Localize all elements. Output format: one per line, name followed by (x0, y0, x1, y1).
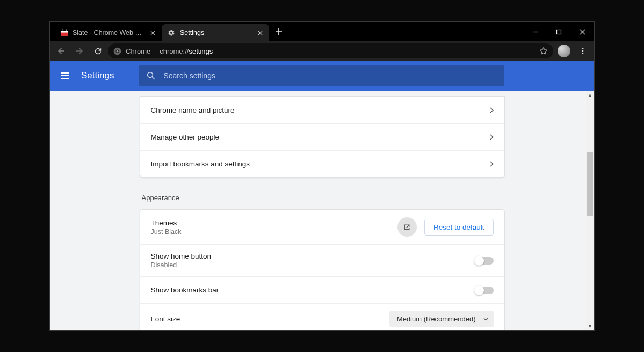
omnibox-chip: Chrome (126, 47, 155, 55)
page-title: Settings (81, 70, 114, 81)
reset-to-default-button[interactable]: Reset to default (424, 219, 494, 236)
tab-strip: Slate - Chrome Web Store Settings (50, 22, 286, 41)
minimize-button[interactable] (523, 22, 547, 41)
chevron-right-icon (490, 107, 494, 113)
chrome-icon (113, 47, 121, 55)
window-controls (523, 22, 594, 41)
new-tab-button[interactable] (271, 22, 286, 41)
forward-button[interactable] (71, 43, 88, 59)
row-manage-people[interactable]: Manage other people (140, 123, 504, 150)
svg-point-6 (582, 48, 584, 49)
row-show-home-button: Show home button Disabled (140, 244, 504, 276)
close-icon[interactable] (256, 29, 264, 36)
toolbar: Chrome chrome://settings (50, 41, 594, 61)
tab-title: Slate - Chrome Web Store (73, 29, 144, 36)
profile-avatar[interactable] (558, 45, 570, 57)
svg-point-5 (117, 50, 119, 52)
row-themes: Themes Just Black Reset to default (140, 210, 504, 244)
menu-button[interactable] (575, 43, 591, 59)
search-box[interactable] (139, 65, 504, 86)
bookmark-star-icon[interactable] (539, 47, 548, 55)
svg-rect-1 (60, 31, 67, 32)
webstore-icon (60, 28, 68, 37)
row-show-bookmarks-bar: Show bookmarks bar (140, 276, 504, 303)
toggle-bookmarks-bar[interactable] (475, 287, 494, 294)
section-title-appearance: Appearance (142, 194, 505, 202)
close-button[interactable] (570, 22, 594, 41)
search-icon (146, 71, 156, 80)
scrollbar[interactable]: ▲ ▼ (586, 91, 594, 330)
hamburger-icon[interactable] (59, 69, 71, 82)
open-external-icon[interactable] (397, 217, 417, 237)
svg-point-7 (582, 50, 584, 52)
gear-icon (167, 28, 176, 37)
scroll-thumb[interactable] (587, 152, 593, 216)
search-input[interactable] (163, 71, 496, 80)
row-font-size: Font size Medium (Recommended) (140, 303, 504, 330)
reload-button[interactable] (90, 43, 106, 59)
omnibox-url: chrome://settings (160, 47, 213, 55)
content-area: Settings Chrome name and picture Manage … (50, 61, 594, 330)
chevron-right-icon (490, 161, 494, 167)
tab-webstore[interactable]: Slate - Chrome Web Store (54, 24, 162, 41)
titlebar: Slate - Chrome Web Store Settings (50, 22, 594, 41)
svg-rect-2 (556, 30, 561, 34)
svg-point-8 (582, 53, 584, 54)
settings-scroll[interactable]: Chrome name and picture Manage other peo… (50, 91, 594, 330)
maximize-button[interactable] (547, 22, 570, 41)
tab-title: Settings (180, 29, 252, 36)
scroll-up-arrow[interactable]: ▲ (586, 91, 594, 99)
toggle-home-button[interactable] (475, 257, 494, 265)
row-chrome-name-picture[interactable]: Chrome name and picture (140, 97, 504, 123)
row-import-bookmarks[interactable]: Import bookmarks and settings (140, 150, 504, 177)
back-button[interactable] (53, 43, 69, 59)
dropdown-caret-icon (483, 318, 488, 321)
svg-point-9 (148, 72, 153, 78)
tab-settings[interactable]: Settings (162, 24, 269, 41)
appearance-card: Themes Just Black Reset to default Show … (140, 209, 505, 330)
settings-header: Settings (50, 61, 594, 91)
font-size-select[interactable]: Medium (Recommended) (389, 311, 494, 327)
browser-window: Slate - Chrome Web Store Settings (49, 21, 595, 331)
close-icon[interactable] (149, 29, 156, 36)
chevron-right-icon (490, 134, 494, 140)
scroll-down-arrow[interactable]: ▼ (586, 322, 594, 330)
people-card: Chrome name and picture Manage other peo… (140, 96, 505, 178)
omnibox[interactable]: Chrome chrome://settings (108, 43, 553, 58)
